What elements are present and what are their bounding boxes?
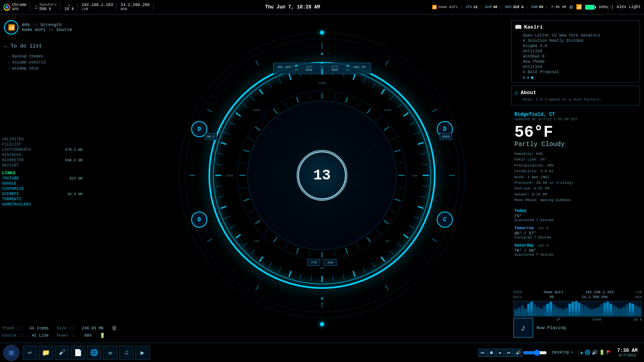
lower-bar (559, 314, 561, 316)
link-unlimited-label: UNLIMITED (2, 137, 24, 142)
ssid-val: Home WiFi (544, 290, 564, 294)
tray-flag: 🚩 (606, 350, 611, 355)
wan-label: WAN (121, 7, 150, 11)
trash-row: Trash :: 44 items Size :: 248.95 MB 🗑 (2, 325, 117, 331)
lower-bar (616, 313, 619, 316)
taskbar-back[interactable]: ↩ (23, 346, 37, 360)
taskbar-time: 7:30 AM (617, 348, 638, 354)
weather-desc: Partly Cloudy (514, 141, 637, 148)
weather-location: Ridgefield, CT (514, 112, 637, 117)
used-button[interactable]: USED (440, 133, 452, 140)
taskbar-mail[interactable]: ✉ (103, 346, 118, 360)
tray-network[interactable]: 🌐 (584, 350, 590, 356)
desk-mode-button[interactable]: DESK MODE (323, 63, 347, 74)
forecast-tomorrow-label: Tomorrow (514, 226, 534, 230)
player-play[interactable]: ▶ (496, 349, 504, 357)
taskbar-video[interactable]: ▶ (135, 346, 150, 360)
link-torrentz[interactable]: TORRENTZ (2, 197, 83, 202)
lower-bar (572, 311, 574, 316)
start-button[interactable]: ⊞ (3, 345, 19, 361)
taskbar-music-task[interactable]: ♫ (119, 346, 134, 360)
ram-stat: RAM 48 (485, 5, 501, 9)
player-stop[interactable]: ⏹ (487, 349, 495, 357)
lower-bar (537, 313, 539, 316)
player-prev[interactable]: ⏮ (479, 349, 487, 357)
link-lasttorrents-label: LASTTORRENTS (2, 148, 31, 152)
topbar-center: Thu Jun 7, 10:28 AM (157, 4, 428, 10)
weather-humidity: Humidity: 94% (514, 151, 637, 157)
wifi-section: 📶 99% :: Strength Home WiFi :: Source (4, 20, 85, 35)
hdd-value: 328 G (513, 5, 524, 9)
link-gametrailers[interactable]: GAMETRAILERS (2, 202, 83, 207)
dot-1 (523, 76, 525, 79)
lower-bar (632, 312, 634, 316)
lower-bar (565, 313, 568, 316)
taskbar-folder[interactable]: 📁 (39, 346, 53, 360)
chrome-icon[interactable] (3, 4, 10, 11)
note-item-3[interactable]: Enigma 3.0 (515, 43, 636, 49)
todo-item-3[interactable]: · winamp skin (4, 66, 85, 72)
note-item-5[interactable]: Windows 8 (515, 54, 636, 59)
volume-slider[interactable] (523, 350, 547, 355)
tray-battery[interactable]: 🔋 (599, 350, 605, 356)
todo-item-1[interactable]: · backup themes (4, 53, 85, 60)
username: Alex Light (617, 5, 641, 9)
note-item-2[interactable]: A Solution Neatly Divided (515, 38, 636, 43)
note-item-7[interactable]: Untitled (515, 64, 636, 70)
right-c-button-bottom[interactable]: C (437, 212, 453, 228)
link-youtube[interactable]: YOUTUBE 821 GB (2, 176, 83, 181)
ram-label: RAM (485, 5, 492, 9)
link-unlimited[interactable]: UNLIMITED (2, 137, 83, 142)
link-filelist[interactable]: FILELIST (2, 142, 83, 147)
net-wan-label: WAN (636, 295, 642, 299)
lan-label: LAN (82, 7, 113, 11)
weather-feels: Feels Like: 56° (514, 157, 637, 162)
cpu-stat: CPU 12 (466, 5, 481, 9)
taskbar-paint[interactable]: 🖌 (55, 346, 69, 360)
ssid-label: SSID (513, 290, 522, 294)
note-item-6[interactable]: New Theme (515, 59, 636, 64)
notes-section: 📖 Kaelri Open Letter to New York Senator… (511, 20, 640, 82)
link-deviant[interactable]: DEVIANT (2, 163, 83, 168)
ani-off-button[interactable]: ANI OFF (273, 63, 295, 74)
source-value: AC Line (32, 333, 49, 338)
lower-bar (613, 313, 615, 316)
link-mininova[interactable]: MININOVA (2, 152, 83, 158)
tray-arrow[interactable]: ▲ (580, 350, 583, 356)
link-lasttorrents[interactable]: LASTTORRENTS 579.2 KB (2, 147, 83, 152)
weather-details: Humidity: 94% Feels Like: 56° Precipitat… (514, 151, 637, 204)
left-d-button-bottom[interactable]: D (191, 212, 207, 228)
about-section: ☑ About Help, I'm trapped in a skin fact… (511, 86, 640, 105)
lower-bar (622, 313, 625, 316)
lower-bar (521, 313, 524, 316)
tray-sound[interactable]: 🔊 (592, 350, 598, 356)
ani-on-button[interactable]: ANI ON (349, 63, 371, 74)
note-item-4[interactable]: Untitled (515, 49, 636, 54)
on-button[interactable]: ON (204, 133, 213, 140)
trash-icon[interactable]: 🗑 (111, 325, 117, 331)
forecast-sat-desc: Scattered T-Storms (514, 253, 637, 257)
note-item-1[interactable]: Open Letter to New York Senators (515, 33, 636, 38)
game-mode-button[interactable]: GAME MODE (297, 63, 321, 74)
wifi-icon-small: 📶 (432, 5, 437, 10)
link-rainmeter[interactable]: RAINMETER 558.2 GB (2, 158, 83, 163)
battery-icon-small: 🔋 (99, 333, 105, 339)
link-scenefz[interactable]: SCENEFZ 16.4 KB (2, 191, 83, 197)
taskbar-doc[interactable]: 📄 (71, 346, 85, 360)
weather-updated: Updated at 6/7/12 7:05 AM EDT (514, 117, 637, 121)
weather-sunset: Sunset: 8:25 PM (514, 192, 637, 197)
player-volume[interactable]: 🔊 (514, 349, 522, 357)
player-next[interactable]: ⏭ (505, 349, 513, 357)
net-lan-label: LAN (636, 290, 642, 294)
note-item-8[interactable]: A Bold Proposal (515, 70, 636, 75)
forecast-tomorrow-desc: Isolated T-Storms (514, 236, 637, 240)
central-ui: ANI OFF GAME MODE DESK MODE ANI ON D D D… (169, 14, 475, 336)
link-google[interactable]: GOOGLE (2, 181, 83, 186)
settings-icon[interactable]: ⚙ (570, 4, 573, 10)
left-panel: 📶 99% :: Strength Home WiFi :: Source ✏ … (0, 16, 89, 76)
lower-bar (555, 313, 558, 316)
link-customize[interactable]: CUSTOMIZE (2, 186, 83, 191)
taskbar-globe[interactable]: 🌐 (87, 346, 101, 360)
weather-wind: Wind: 1 mph (NW) (514, 175, 637, 180)
todo-item-2[interactable]: · volume control (4, 60, 85, 66)
